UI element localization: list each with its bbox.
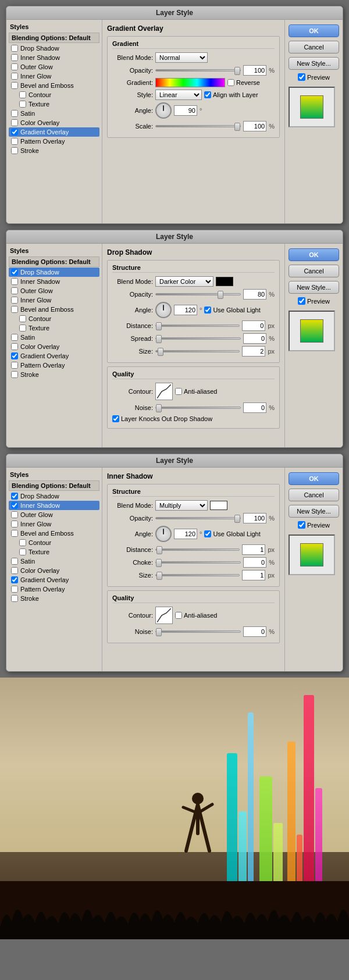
ok-button-3[interactable]: OK	[289, 472, 339, 485]
size-thumb-3[interactable]	[156, 572, 162, 580]
noise-input-2[interactable]	[243, 402, 266, 413]
size-slider-3[interactable]	[155, 574, 240, 576]
checkbox-contour-1[interactable]	[19, 91, 26, 98]
noise-input-3[interactable]	[243, 626, 266, 637]
scale-slider[interactable]	[155, 125, 241, 127]
sidebar-item-outer-glow-2[interactable]: Outer Glow	[9, 286, 99, 295]
cancel-button-3[interactable]: Cancel	[289, 489, 339, 501]
angle-dial-2[interactable]	[155, 302, 172, 318]
angle-dial-1[interactable]	[155, 102, 172, 119]
checkbox-stroke-2[interactable]	[11, 371, 18, 378]
checkbox-outer-glow-2[interactable]	[11, 287, 18, 294]
distance-thumb-3[interactable]	[156, 546, 162, 554]
opacity-thumb-2[interactable]	[218, 291, 223, 299]
choke-slider[interactable]	[155, 561, 241, 564]
sidebar-item-contour-1[interactable]: Contour	[9, 90, 99, 99]
checkbox-stroke-3[interactable]	[11, 595, 18, 602]
checkbox-texture-1[interactable]	[19, 101, 26, 108]
spread-thumb[interactable]	[156, 335, 162, 343]
sidebar-item-pattern-overlay-2[interactable]: Pattern Overlay	[9, 361, 99, 370]
blend-mode-select-3[interactable]: Multiply	[155, 500, 208, 511]
angle-input-2[interactable]	[174, 305, 197, 315]
sidebar-item-inner-shadow-2[interactable]: Inner Shadow	[9, 277, 99, 286]
sidebar-item-blending-2[interactable]: Blending Options: Default	[9, 256, 99, 267]
inner-shadow-color-swatch[interactable]	[210, 501, 227, 510]
blend-mode-select-2[interactable]: Darker Color	[155, 276, 213, 287]
style-select[interactable]: Linear	[155, 90, 202, 100]
checkbox-gradient-overlay-3[interactable]	[11, 576, 18, 583]
sidebar-item-drop-shadow-2[interactable]: Drop Shadow	[9, 268, 99, 277]
contour-thumb-2[interactable]	[155, 383, 173, 400]
sidebar-item-color-overlay-3[interactable]: Color Overlay	[9, 566, 99, 575]
checkbox-inner-shadow-1[interactable]	[11, 54, 18, 61]
sidebar-item-satin-1[interactable]: Satin	[9, 109, 99, 118]
contour-thumb-3[interactable]	[155, 607, 173, 624]
sidebar-item-pattern-overlay-3[interactable]: Pattern Overlay	[9, 585, 99, 594]
size-input-2[interactable]	[242, 346, 265, 357]
checkbox-inner-shadow-2[interactable]	[11, 278, 18, 285]
size-slider-2[interactable]	[155, 350, 240, 352]
opacity-thumb-3[interactable]	[234, 515, 240, 523]
noise-thumb-2[interactable]	[156, 404, 162, 412]
checkbox-pattern-overlay-2[interactable]	[11, 362, 18, 369]
ok-button-1[interactable]: OK	[289, 24, 339, 37]
reverse-checkbox[interactable]	[227, 79, 234, 86]
opacity-thumb-1[interactable]	[234, 67, 240, 75]
new-style-button-1[interactable]: New Style...	[289, 57, 339, 70]
sidebar-item-texture-3[interactable]: Texture	[9, 547, 99, 557]
checkbox-texture-2[interactable]	[19, 325, 26, 332]
checkbox-drop-shadow-3[interactable]	[11, 493, 18, 500]
checkbox-color-overlay-2[interactable]	[11, 343, 18, 350]
sidebar-item-contour-2[interactable]: Contour	[9, 314, 99, 323]
global-light-checkbox-3[interactable]	[204, 530, 211, 537]
checkbox-stroke-1[interactable]	[11, 147, 18, 154]
choke-thumb[interactable]	[156, 559, 162, 567]
checkbox-drop-shadow-1[interactable]	[11, 45, 18, 52]
distance-thumb[interactable]	[156, 322, 162, 330]
distance-input[interactable]	[242, 320, 265, 331]
opacity-slider-3[interactable]	[155, 517, 241, 519]
blend-mode-select-1[interactable]: Normal	[155, 52, 208, 63]
checkbox-inner-glow-1[interactable]	[11, 73, 18, 80]
sidebar-item-drop-shadow-1[interactable]: Drop Shadow	[9, 44, 99, 53]
sidebar-item-inner-shadow-3[interactable]: Inner Shadow	[9, 501, 99, 510]
noise-thumb-3[interactable]	[156, 628, 162, 636]
new-style-button-2[interactable]: New Style...	[289, 281, 339, 294]
noise-slider-2[interactable]	[155, 407, 241, 409]
scale-thumb[interactable]	[234, 123, 240, 131]
scale-input[interactable]	[243, 121, 266, 131]
checkbox-outer-glow-1[interactable]	[11, 63, 18, 70]
checkbox-pattern-overlay-3[interactable]	[11, 586, 18, 593]
anti-aliased-checkbox-3[interactable]	[175, 612, 182, 619]
checkbox-inner-glow-2[interactable]	[11, 297, 18, 304]
sidebar-item-pattern-overlay-1[interactable]: Pattern Overlay	[9, 137, 99, 146]
checkbox-color-overlay-1[interactable]	[11, 119, 18, 126]
checkbox-drop-shadow-2[interactable]	[11, 269, 18, 276]
checkbox-texture-3[interactable]	[19, 548, 26, 555]
anti-aliased-checkbox-2[interactable]	[175, 388, 182, 395]
checkbox-inner-glow-3[interactable]	[11, 521, 18, 528]
sidebar-item-color-overlay-2[interactable]: Color Overlay	[9, 342, 99, 351]
size-thumb-2[interactable]	[158, 348, 163, 356]
angle-dial-3[interactable]	[155, 526, 172, 542]
checkbox-color-overlay-3[interactable]	[11, 567, 18, 574]
sidebar-item-inner-glow-3[interactable]: Inner Glow	[9, 519, 99, 529]
sidebar-item-stroke-2[interactable]: Stroke	[9, 370, 99, 379]
checkbox-gradient-overlay-1[interactable]	[11, 129, 18, 136]
distance-slider-3[interactable]	[155, 548, 240, 551]
checkbox-contour-3[interactable]	[19, 539, 26, 546]
opacity-input-3[interactable]	[243, 513, 266, 523]
sidebar-item-stroke-3[interactable]: Stroke	[9, 594, 99, 603]
choke-input[interactable]	[243, 557, 266, 568]
sidebar-item-blending-3[interactable]: Blending Options: Default	[9, 480, 99, 491]
checkbox-contour-2[interactable]	[19, 315, 26, 322]
angle-input-3[interactable]	[174, 529, 197, 539]
sidebar-item-satin-3[interactable]: Satin	[9, 557, 99, 566]
checkbox-satin-1[interactable]	[11, 110, 18, 117]
sidebar-item-inner-glow-1[interactable]: Inner Glow	[9, 72, 99, 81]
sidebar-item-blending-1[interactable]: Blending Options: Default	[9, 33, 99, 43]
sidebar-item-stroke-1[interactable]: Stroke	[9, 146, 99, 155]
sidebar-item-gradient-overlay-3[interactable]: Gradient Overlay	[9, 575, 99, 585]
preview-checkbox-1[interactable]	[298, 73, 305, 81]
cancel-button-2[interactable]: Cancel	[289, 265, 339, 277]
